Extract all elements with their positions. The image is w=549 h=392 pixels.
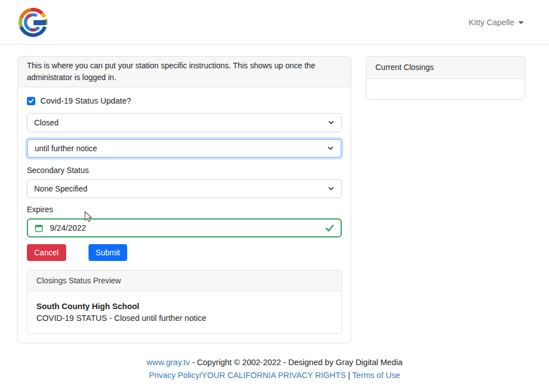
covid-status-checkbox-label: Covid-19 Status Update? [40, 96, 131, 105]
current-closings-list [366, 79, 525, 99]
page-footer: www.gray.tv - Copyright © 2002-2022 - De… [0, 357, 549, 381]
duration-select[interactable]: until further notice [27, 139, 342, 158]
station-instructions: This is where you can put your station s… [18, 57, 351, 87]
cancel-button[interactable]: Cancel [27, 244, 66, 261]
closings-form-body: Covid-19 Status Update? Closed until fur… [18, 87, 351, 343]
preview-entry-status: COVID-19 STATUS - Closed until further n… [36, 312, 332, 324]
valid-check-icon [325, 225, 334, 232]
closings-form-card: This is where you can put your station s… [17, 56, 351, 343]
sidebar: Current Closings [366, 56, 525, 100]
expires-label: Expires [27, 205, 342, 214]
current-closings-title: Current Closings [366, 57, 525, 79]
main-content: This is where you can put your station s… [0, 56, 549, 343]
duration-select-value: until further notice [35, 144, 97, 153]
closings-status-preview-card: Closings Status Preview South County Hig… [27, 270, 342, 334]
chevron-down-icon [518, 21, 524, 24]
chevron-down-icon [328, 119, 334, 126]
gray-tv-site-link[interactable]: www.gray.tv [147, 358, 190, 367]
expires-date-input[interactable]: 9/24/2022 [27, 218, 342, 237]
covid-status-checkbox-row: Covid-19 Status Update? [27, 96, 342, 105]
secondary-status-select-value: None Specified [34, 184, 87, 193]
secondary-status-label: Secondary Status [27, 166, 342, 175]
app-header: Kitty Capelle [0, 0, 549, 45]
status-select[interactable]: Closed [27, 113, 342, 132]
separator: | [346, 371, 352, 380]
terms-of-use-link[interactable]: Terms of Use [352, 371, 400, 380]
chevron-down-icon [328, 185, 334, 192]
current-closings-card: Current Closings [366, 56, 525, 100]
expires-date-value: 9/24/2022 [50, 223, 86, 232]
closings-form-column: This is where you can put your station s… [17, 56, 351, 343]
footer-legal-line: Privacy Policy/YOUR CALIFORNIA PRIVACY R… [0, 370, 549, 381]
user-menu-name: Kitty Capelle [469, 18, 514, 27]
closings-status-preview-body: South County High School COVID-19 STATUS… [27, 292, 341, 333]
footer-copyright-line: www.gray.tv - Copyright © 2002-2022 - De… [0, 357, 549, 368]
user-menu[interactable]: Kitty Capelle [469, 18, 524, 27]
status-select-value: Closed [34, 118, 59, 127]
gray-tv-logo[interactable] [17, 6, 49, 39]
calendar-icon [35, 224, 43, 232]
preview-entry-name: South County High School [36, 301, 332, 312]
gray-tv-logo-icon [17, 6, 49, 39]
check-icon [28, 98, 34, 104]
secondary-status-select[interactable]: None Specified [27, 179, 342, 198]
form-actions: Cancel Submit [27, 244, 342, 261]
closings-status-preview-title: Closings Status Preview [27, 270, 341, 292]
submit-button[interactable]: Submit [89, 244, 128, 261]
chevron-down-icon [327, 145, 334, 152]
privacy-policy-link[interactable]: Privacy Policy/YOUR CALIFORNIA PRIVACY R… [149, 371, 346, 380]
covid-status-checkbox[interactable] [27, 97, 35, 105]
copyright-text: - Copyright © 2002-2022 - Designed by Gr… [190, 358, 403, 367]
